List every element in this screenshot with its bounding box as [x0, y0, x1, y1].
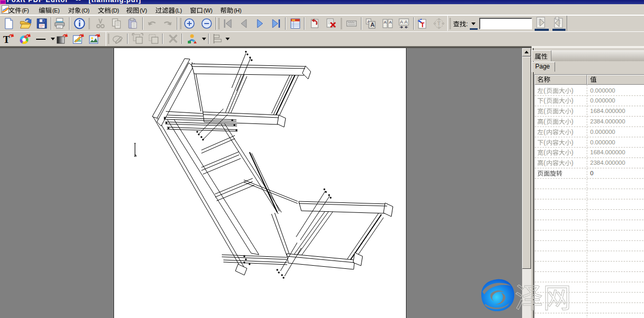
svg-text:A: A	[370, 21, 375, 28]
svg-text:A: A	[384, 20, 387, 25]
svg-text:A: A	[404, 19, 408, 25]
svg-text:T: T	[421, 21, 425, 29]
svg-text:T: T	[437, 20, 441, 27]
svg-text:A: A	[400, 19, 403, 25]
svg-text:A: A	[389, 20, 392, 25]
